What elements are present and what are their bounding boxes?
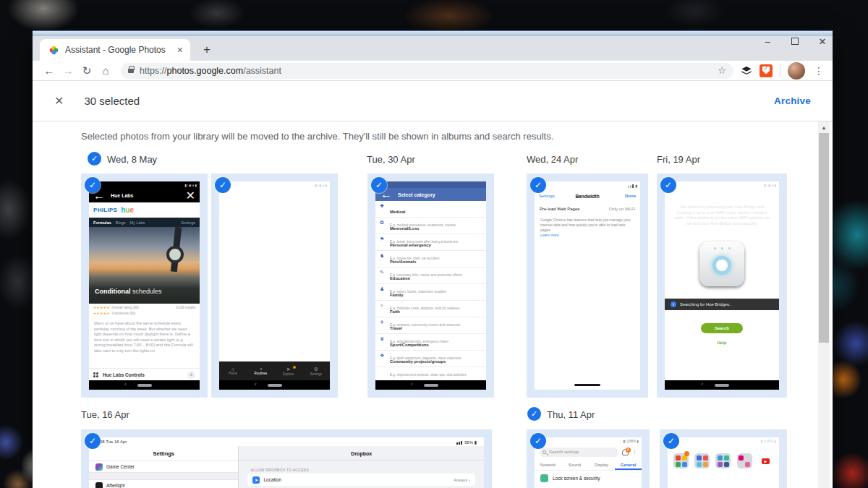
selected-check-badge[interactable]: ✓ [371, 177, 387, 193]
grid-icon [93, 372, 98, 377]
window-close-button[interactable]: ✕ [817, 36, 828, 47]
address-bar[interactable]: https://photos.google.com/assistant ☆ [121, 63, 733, 79]
hero-photo-sunset-watch: Conditional schedules [89, 227, 200, 304]
selected-check-badge[interactable]: ✓ [85, 177, 101, 193]
google-photos-favicon [48, 45, 59, 56]
clock-icon: ◔ [224, 265, 236, 271]
layers-extension-icon[interactable] [741, 65, 752, 77]
status-bar: ▮ [535, 181, 640, 190]
close-selection-icon[interactable]: ✕ [54, 94, 64, 108]
ellipsis-icon: ⋯ [224, 304, 236, 310]
game-center-icon [95, 463, 103, 471]
tab-title: Assistant - Google Photos [65, 45, 176, 55]
bridge-device-image [665, 229, 779, 299]
category-item: ❖Community projects/groupsE.g. improveme… [375, 351, 486, 367]
search-field: Search settings [539, 448, 618, 457]
browser-window: Assistant - Google Photos × + – ✕ ← → ↻ … [33, 30, 833, 488]
photo-thumbnail-hue-bridge[interactable]: ▪ ● ▪◧ ◉ ▾ ▮ ← Find Hue Bridge Get start… [657, 174, 787, 398]
date-check-8may[interactable]: ✓ [88, 152, 101, 166]
category-header: ← Select category [375, 188, 486, 201]
category-item: ♛Sport/CompetitionsE.g. sport equipment,… [375, 334, 486, 351]
screenshot-bandwidth: ▮ Settings Bandwidth Done Pre-load Web P… [535, 181, 640, 390]
back-button[interactable]: ← [40, 64, 59, 77]
selected-check-badge[interactable]: ✓ [660, 177, 676, 193]
archive-button[interactable]: Archive [774, 95, 811, 106]
status-bar: ▪ ✚ ▪◧ ◉ ▾ ▮ [89, 181, 200, 189]
date-check-11apr[interactable]: ✓ [527, 407, 541, 421]
routine-item: ☼Wake up [219, 219, 330, 239]
settings-back-link: Settings [539, 194, 571, 198]
minimize-button[interactable]: – [762, 36, 773, 47]
scrollbar-thumb[interactable] [819, 133, 829, 343]
routine-item: ◔Other routines [219, 258, 330, 278]
photo-thumbnail-hue-labs[interactable]: ▪ ✚ ▪◧ ◉ ▾ ▮ ← Hue Labs ✕ PHILIPS hue Fo… [81, 174, 208, 398]
location-row: ➤ Location Always › [247, 474, 475, 486]
new-tab-button[interactable]: + [199, 41, 215, 59]
screenshot-routines: ◌ ✚◧ ◉ ▾ ▮ Routines ⌂Home & Away ☼Wake u… [219, 181, 330, 390]
bookmark-star-icon[interactable]: ☆ [718, 65, 726, 76]
category-item: ✎EducationE.g. tuition, books, classroom… [375, 267, 486, 284]
rating-block: ★★★★★Overall rating (90)5,018 installs ★… [89, 304, 200, 318]
selection-bar: ✕ 30 selected Archive [33, 81, 833, 121]
date-label-11apr: Thu, 11 Apr [547, 409, 595, 420]
category-list: ✚MedicalE.g. medical procedures, treatme… [375, 201, 486, 380]
category-item: ♞Pets/AnimalsE.g. veterinary bills, resc… [375, 251, 486, 267]
home-button[interactable]: ⌂ [96, 64, 115, 77]
date-label-8may: Wed, 8 May [107, 154, 157, 165]
maximize-button[interactable] [791, 38, 799, 45]
settings-search-row: Search settings 6 ⋮ [535, 445, 642, 459]
category-item: ♟FamilyE.g. childcare costs, adoption, h… [375, 284, 486, 301]
window-controls: – ✕ [762, 32, 828, 51]
settings-item-afterlight: Afterlight [89, 479, 238, 488]
lock-icon [128, 69, 134, 73]
memorial-icon: ✿ [380, 220, 390, 234]
home-indicator [574, 384, 600, 387]
hue-labs-controls-row: Hue Labs Controls ∧ [89, 368, 200, 380]
selected-check-badge[interactable]: ✓ [530, 177, 546, 193]
photo-thumbnail-routines[interactable]: ◌ ✚◧ ◉ ▾ ▮ Routines ⌂Home & Away ☼Wake u… [211, 174, 338, 398]
travel-icon: ✈ [380, 320, 390, 333]
status-bar: ◌ ✚◧ ◉ ▾ ▮ [219, 181, 330, 189]
routine-item: ◷Timers [219, 278, 330, 297]
hue-labs-tabs: FormulasBlogsMy Labs Settings [89, 218, 200, 227]
photo-thumbnail-select-category[interactable]: ← Select category ✚MedicalE.g. medical p… [367, 174, 494, 398]
browser-menu-icon[interactable]: ⋮ [812, 65, 825, 77]
photo-grid: Selected photos from your library will b… [33, 121, 833, 488]
search-icon [542, 450, 546, 454]
photo-thumbnail-ipad-settings[interactable]: 9:38 Tue 16 Apr 95% ▮ Settings Game Cent… [81, 429, 492, 488]
selected-check-badge[interactable]: ✓ [530, 433, 546, 449]
reload-button[interactable]: ↻ [77, 64, 96, 77]
bottom-nav: ⌂Home ◔Routines ➤Explore ⚙Settings [219, 361, 330, 380]
hue-bridge-header: ← Find Hue Bridge [665, 189, 779, 202]
notification-dot [293, 366, 296, 369]
routines-title: Routines [219, 189, 330, 200]
selected-check-badge[interactable]: ✓ [663, 433, 679, 449]
home-icon: ⌂ [224, 206, 236, 213]
selected-check-badge[interactable]: ✓ [85, 433, 101, 449]
browser-tab[interactable]: Assistant - Google Photos × [40, 39, 190, 61]
tab-close-icon[interactable]: × [176, 44, 184, 56]
date-label-30apr: Tue, 30 Apr [367, 154, 415, 165]
status-bar: ▫ ▫ ✚ ▫◧ ⸩ 88% ▮ [535, 437, 642, 445]
community-icon: ❖ [380, 353, 390, 367]
learn-more-link: Learn more [540, 233, 634, 238]
scrollbar-up-arrow[interactable]: ▲ [818, 121, 830, 133]
section-label: ALLOW DROPBOX TO ACCESS [239, 468, 484, 472]
screenshot-select-category: ← Select category ✚MedicalE.g. medical p… [375, 181, 486, 390]
screenshot-home-folders: ▪ ◌ ▪ ◌◧ ⸩ 88% ▮ Google Essentials Manag… [668, 437, 779, 488]
app-youtube: ▶ YouTube [755, 453, 775, 481]
category-item: ✈TravelE.g. educational trips, emergency… [375, 317, 486, 334]
folder-tmobile: T-Mobile [734, 453, 754, 481]
selected-check-badge[interactable]: ✓ [215, 177, 231, 193]
forward-button[interactable]: → [59, 64, 77, 77]
scrollbar[interactable]: ▲ [818, 121, 830, 488]
photo-thumbnail-bandwidth[interactable]: ▮ Settings Bandwidth Done Pre-load Web P… [527, 174, 648, 398]
status-bar: ▪ ◌ ▪ ◌◧ ⸩ 88% ▮ [668, 437, 779, 445]
settings-item-game-center: Game Center [89, 461, 238, 473]
browser-toolbar: ← → ↻ ⌂ https://photos.google.com/assist… [33, 61, 833, 81]
searching-row: i Searching for Hue Bridges.. [665, 299, 779, 310]
photo-thumbnail-samsung-settings[interactable]: ▫ ▫ ✚ ▫◧ ⸩ 88% ▮ Search settings 6 ⋮ Net… [527, 429, 650, 488]
profile-avatar[interactable] [788, 62, 805, 80]
security-extension-icon[interactable] [760, 64, 773, 77]
photo-thumbnail-home-folders[interactable]: ▪ ◌ ▪ ◌◧ ⸩ 88% ▮ Google Essentials Manag… [660, 429, 787, 488]
